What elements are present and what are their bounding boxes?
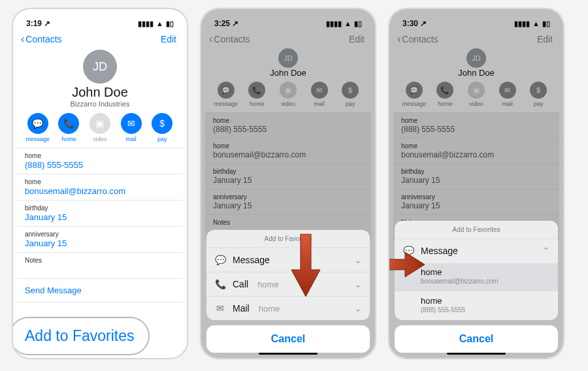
field-birthday[interactable]: birthdayJanuary 15 <box>393 163 559 189</box>
edit-button[interactable]: Edit <box>161 34 176 44</box>
message-button[interactable]: 💬message <box>401 82 427 107</box>
mail-icon: ✉ <box>121 113 142 134</box>
call-button[interactable]: 📞home <box>244 82 270 107</box>
status-time: 3:25 <box>214 19 230 28</box>
wifi-icon: ▲ <box>156 20 163 27</box>
sheet-row-message[interactable]: 💬 Message ⌃ <box>395 238 558 263</box>
status-bar: 3:30 ↗ ▮▮▮▮▲▮▯ <box>393 14 559 33</box>
field-phone[interactable]: home(888) 555-5555 <box>393 112 559 138</box>
back-button[interactable]: ‹ Contacts <box>209 34 250 44</box>
contact-name: John Doe <box>17 85 183 100</box>
phone-icon: 📞 <box>214 279 226 289</box>
sheet-row-call[interactable]: 📞 Call home ⌄ <box>206 272 370 296</box>
chevron-down-icon: ⌄ <box>354 279 362 289</box>
edit-button[interactable]: Edit <box>349 34 365 44</box>
chevron-left-icon: ‹ <box>21 34 24 44</box>
field-email[interactable]: home bonusemail@bizzarro.com <box>17 174 183 200</box>
field-label: home <box>25 178 175 186</box>
field-label: Notes <box>25 257 175 264</box>
field-phone[interactable]: home (888) 555-5555 <box>17 148 183 174</box>
field-label: birthday <box>25 204 175 212</box>
contact-org: Bizzarro Industries <box>17 100 183 108</box>
status-bar: 3:25 ↗ ▮▮▮▮▲▮▯ <box>205 14 371 33</box>
action-row: 💬message 📞home ▣video ✉mail $pay <box>393 78 559 112</box>
field-value: (888) 555-5555 <box>25 160 175 170</box>
field-anniversary[interactable]: anniversaryJanuary 15 <box>205 189 371 214</box>
pay-button[interactable]: $pay <box>337 82 363 107</box>
field-birthday[interactable]: birthdayJanuary 15 <box>205 163 371 189</box>
action-row: 💬message 📞home ▣video ✉mail $pay <box>17 113 183 148</box>
sheet-option-email[interactable]: home bonusemail@bizzarro.com <box>395 263 558 291</box>
pay-button[interactable]: $pay <box>149 113 175 142</box>
field-value: January 15 <box>25 238 175 248</box>
add-to-favorites-callout[interactable]: Add to Favorites <box>12 317 150 355</box>
chevron-down-icon: ⌄ <box>354 303 362 314</box>
mail-button[interactable]: ✉mail <box>118 113 144 142</box>
call-button[interactable]: 📞home <box>432 82 458 107</box>
message-button[interactable]: 💬message <box>213 82 239 107</box>
call-button[interactable]: 📞home <box>56 113 82 142</box>
back-button[interactable]: ‹ Contacts <box>21 34 62 44</box>
field-value: January 15 <box>25 212 175 222</box>
chevron-left-icon: ‹ <box>209 34 212 44</box>
field-notes[interactable]: Notes <box>17 252 183 278</box>
avatar: JD <box>466 48 486 68</box>
nav-bar: ‹ Contacts Edit <box>205 33 371 47</box>
battery-icon: ▮▯ <box>166 20 174 28</box>
field-anniversary[interactable]: anniversary January 15 <box>17 226 183 252</box>
mail-icon: ✉ <box>214 303 226 314</box>
location-arrow-icon: ↗ <box>44 19 50 28</box>
field-label: home <box>25 152 175 159</box>
sheet-title: Add to Favorites <box>206 230 370 248</box>
send-message-link[interactable]: Send Message <box>17 278 183 302</box>
field-phone[interactable]: home(888) 555-5555 <box>205 112 371 138</box>
field-anniversary[interactable]: anniversaryJanuary 15 <box>393 189 559 214</box>
mail-button[interactable]: ✉mail <box>306 82 333 107</box>
video-button: ▣video <box>87 113 113 142</box>
field-label: anniversary <box>25 231 175 238</box>
chevron-left-icon: ‹ <box>397 34 400 44</box>
cancel-button[interactable]: Cancel <box>206 325 370 353</box>
status-time: 3:30 <box>402 19 418 28</box>
message-icon: 💬 <box>27 113 48 134</box>
chevron-down-icon: ⌄ <box>354 255 362 265</box>
dollar-icon: $ <box>152 113 172 134</box>
nav-bar: ‹ Contacts Edit <box>17 33 183 47</box>
phone-3: 3:30 ↗ ▮▮▮▮▲▮▯ ‹ Contacts Edit JD John D… <box>388 8 564 359</box>
phone-icon: 📞 <box>58 113 79 134</box>
back-label: Contacts <box>25 34 61 44</box>
edit-button[interactable]: Edit <box>537 34 553 44</box>
sheet-row-message[interactable]: 💬 Message ⌄ <box>206 248 370 272</box>
action-sheet: Add to Favorites 💬 Message ⌄ 📞 Call home… <box>206 230 370 353</box>
message-button[interactable]: 💬message <box>25 113 51 142</box>
sheet-title: Add to Favorites <box>395 221 558 238</box>
chevron-up-icon: ⌃ <box>542 246 550 256</box>
phone-2: 3:25 ↗ ▮▮▮▮▲▮▯ ‹ Contacts Edit JD John D… <box>200 8 376 359</box>
avatar: JD <box>278 48 298 68</box>
phone-1: 3:19 ↗ ▮▮▮▮ ▲ ▮▯ ‹ Contacts Edit JD John… <box>12 8 188 359</box>
field-birthday[interactable]: birthday January 15 <box>17 200 183 226</box>
sheet-row-mail[interactable]: ✉ Mail home ⌄ <box>206 296 370 320</box>
field-value: bonusemail@bizzarro.com <box>25 186 175 196</box>
pay-button[interactable]: $pay <box>525 82 551 107</box>
status-time: 3:19 <box>26 19 42 28</box>
nav-bar: ‹ Contacts Edit <box>393 33 559 47</box>
video-icon: ▣ <box>90 113 110 134</box>
sheet-option-phone[interactable]: home (888) 555-5555 <box>395 291 558 320</box>
cancel-button[interactable]: Cancel <box>395 325 558 353</box>
field-email[interactable]: homebonusemail@bizzarro.com <box>205 138 371 163</box>
video-button: ▣video <box>275 82 301 107</box>
cellular-icon: ▮▮▮▮ <box>138 20 154 28</box>
contact-name: John Doe <box>393 68 559 78</box>
field-email[interactable]: homebonusemail@bizzarro.com <box>393 138 559 163</box>
message-icon: 💬 <box>214 255 226 265</box>
video-button: ▣video <box>463 82 489 107</box>
action-sheet: Add to Favorites 💬 Message ⌃ home bonuse… <box>395 221 558 353</box>
message-icon: 💬 <box>402 246 414 256</box>
contact-name: John Doe <box>205 68 371 78</box>
status-bar: 3:19 ↗ ▮▮▮▮ ▲ ▮▯ <box>17 14 183 33</box>
mail-button[interactable]: ✉mail <box>495 82 521 107</box>
action-row: 💬message 📞home ▣video ✉mail $pay <box>205 78 371 112</box>
avatar: JD <box>83 50 117 84</box>
back-button[interactable]: ‹ Contacts <box>397 34 438 44</box>
